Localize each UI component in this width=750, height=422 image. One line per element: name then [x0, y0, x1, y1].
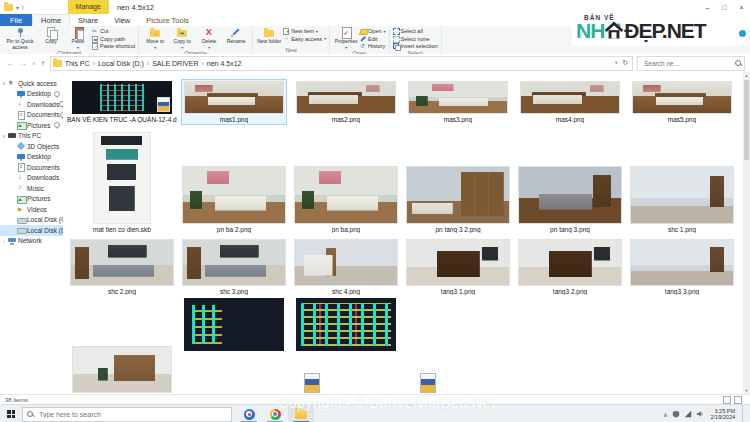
taskbar-app-chrome[interactable]: [262, 405, 288, 422]
tab-share[interactable]: Share: [70, 14, 106, 26]
network-icon[interactable]: [684, 410, 692, 418]
new-folder-button[interactable]: New folder: [256, 27, 282, 45]
file-item-pn-ba-2-png[interactable]: pn ba 2.png: [180, 165, 288, 234]
file-item[interactable]: [70, 345, 174, 394]
move-to-button[interactable]: → Move to: [142, 27, 168, 50]
tray-expand-icon[interactable]: ∧: [663, 411, 667, 418]
up-button[interactable]: ↑: [41, 59, 45, 68]
tab-home[interactable]: Home: [32, 14, 70, 26]
taskbar-clock[interactable]: 3:25 PM 2/19/2024: [708, 408, 735, 421]
file-item-pn-tang-3-png[interactable]: pn tang 3.png: [516, 165, 624, 234]
select-all-button[interactable]: Select all: [393, 28, 438, 35]
search-input[interactable]: [642, 59, 735, 68]
thumbnail-view-icon[interactable]: [734, 396, 742, 404]
cut-button[interactable]: Cut: [92, 28, 135, 35]
tab-picture-tools[interactable]: Picture Tools: [138, 14, 197, 26]
recent-locations-button[interactable]: ∨: [32, 60, 36, 66]
sidebar-item-desktop[interactable]: Desktop: [0, 89, 63, 100]
breadcrumb[interactable]: This PC›Local Disk (D:)›SALE DRIVER›nen …: [50, 56, 633, 71]
open-button[interactable]: Open: [360, 28, 385, 35]
file-item-mas1-png[interactable]: mas1.png: [182, 80, 286, 124]
taskbar-app-explorer[interactable]: [288, 405, 314, 422]
sidebar-item-network[interactable]: ›Network: [0, 236, 63, 247]
show-desktop-button[interactable]: [742, 405, 746, 422]
sidebar-item-desktop[interactable]: Desktop: [0, 152, 63, 163]
scroll-down-icon[interactable]: ▼: [743, 387, 750, 394]
file-item-tang3-1-png[interactable]: tang3 1.png: [404, 238, 512, 296]
file-item-pn-ba-png[interactable]: pn ba.png: [292, 165, 400, 234]
manage-context-label[interactable]: Manage: [68, 0, 109, 14]
sidebar-item-downloads[interactable]: Downloads: [0, 173, 63, 184]
breadcrumb-item-local-disk-d[interactable]: Local Disk (D:): [98, 60, 144, 67]
scroll-up-icon[interactable]: ▲: [743, 72, 750, 79]
file-item[interactable]: [418, 372, 438, 394]
copy-to-button[interactable]: ⇒ Copy to: [169, 27, 195, 50]
sidebar-item-documents[interactable]: Documents: [0, 162, 63, 173]
scrollbar-thumb[interactable]: [744, 80, 749, 160]
copy-button[interactable]: Copy: [38, 27, 64, 45]
sidebar-item-local-disk-d[interactable]: Local Disk (D:): [0, 225, 63, 236]
properties-button[interactable]: Properties: [333, 27, 359, 50]
maximize-button[interactable]: □: [716, 0, 733, 14]
speaker-icon[interactable]: [696, 410, 704, 418]
file-item-shc-4-png[interactable]: shc 4.png: [292, 238, 400, 296]
back-button[interactable]: ←: [6, 59, 14, 68]
sidebar-item-local-disk-c[interactable]: Local Disk (C:): [0, 215, 63, 226]
forward-button[interactable]: →: [19, 59, 27, 68]
easy-access-button[interactable]: Easy access: [283, 36, 326, 43]
sidebar-item-pictures[interactable]: Pictures: [0, 120, 63, 131]
sidebar-item-downloads[interactable]: Downloads: [0, 99, 63, 110]
rename-button[interactable]: Rename: [223, 27, 249, 45]
breadcrumb-item-nen-4-5x12[interactable]: nen 4.5x12: [207, 60, 242, 67]
file-item-mat-tien-co-dien-skb[interactable]: mat tien co dien.skb: [91, 131, 153, 234]
sidebar-item-pictures[interactable]: Pictures: [0, 194, 63, 205]
sidebar-item-documents[interactable]: Documents: [0, 110, 63, 121]
file-item-shc-1-png[interactable]: shc 1.png: [628, 165, 736, 234]
close-button[interactable]: ×: [733, 0, 750, 14]
edit-button[interactable]: Edit: [360, 36, 385, 43]
tab-file[interactable]: File: [0, 14, 32, 26]
file-item-mas2-png[interactable]: mas2.png: [294, 80, 398, 124]
address-dropdown-icon[interactable]: ∨: [614, 59, 618, 67]
expand-icon[interactable]: ∨: [0, 80, 8, 86]
file-item-mas4-png[interactable]: mas4.png: [518, 80, 622, 124]
file-item-mas5-png[interactable]: mas5.png: [630, 80, 734, 124]
select-none-button[interactable]: Select none: [393, 36, 438, 43]
delete-button[interactable]: Delete: [196, 27, 222, 50]
new-item-button[interactable]: New item: [283, 28, 326, 35]
file-item-mas3-png[interactable]: mas3.png: [406, 80, 510, 124]
refresh-icon[interactable]: ↻: [622, 59, 628, 67]
paste-shortcut-button[interactable]: Paste shortcut: [92, 43, 135, 50]
shield-icon[interactable]: [672, 410, 680, 418]
file-item-tang3-3-png[interactable]: tang3 3.png: [628, 238, 736, 296]
expand-icon[interactable]: ›: [0, 238, 8, 244]
qat-customize-icon[interactable]: ▾: [16, 4, 19, 11]
sidebar-item-music[interactable]: Music: [0, 183, 63, 194]
quick-access-toolbar[interactable]: ▾ |: [0, 4, 24, 11]
expand-icon[interactable]: ∨: [0, 133, 8, 139]
files-area[interactable]: BẢN VẼ KIẾN TRÚC -A QUẬN-12-4.dwgmas1.pn…: [63, 72, 744, 394]
breadcrumb-item-this-pc[interactable]: This PC: [65, 60, 90, 67]
taskbar-app-coccoc[interactable]: [236, 405, 262, 422]
sidebar-item-quick-access[interactable]: ∨★Quick access: [0, 78, 63, 89]
copy-path-button[interactable]: Copy path: [92, 36, 135, 43]
file-item[interactable]: [302, 372, 322, 394]
paste-button[interactable]: Paste: [65, 27, 91, 50]
start-button[interactable]: [0, 405, 22, 422]
pin-to-quick-access-button[interactable]: Pin to Quick access: [3, 27, 37, 50]
minimize-button[interactable]: –: [699, 0, 716, 14]
sidebar-item-videos[interactable]: Videos: [0, 204, 63, 215]
file-item-b-n-v-ki-n-tr-c-a-qu-n-12-4-dwg[interactable]: BẢN VẼ KIẾN TRÚC -A QUẬN-12-4.dwg: [65, 80, 179, 124]
taskbar-search[interactable]: [22, 407, 232, 422]
file-item-tang3-2-png[interactable]: tang3 2.png: [516, 238, 624, 296]
breadcrumb-item-sale-driver[interactable]: SALE DRIVER: [152, 60, 198, 67]
taskbar-search-input[interactable]: [37, 410, 227, 419]
search-box[interactable]: [637, 56, 745, 71]
sidebar-item-3d-objects[interactable]: 3D Objects: [0, 141, 63, 152]
tab-view[interactable]: View: [106, 14, 138, 26]
file-item-shc-2-png[interactable]: shc 2.png: [68, 238, 176, 296]
file-item-pn-tang-3-2-png[interactable]: pn tang 3 2.png: [404, 165, 512, 234]
file-item-shc-3-png[interactable]: shc 3.png: [180, 238, 288, 296]
vertical-scrollbar[interactable]: ▲ ▼: [743, 72, 750, 394]
sidebar-item-this-pc[interactable]: ∨This PC: [0, 131, 63, 142]
